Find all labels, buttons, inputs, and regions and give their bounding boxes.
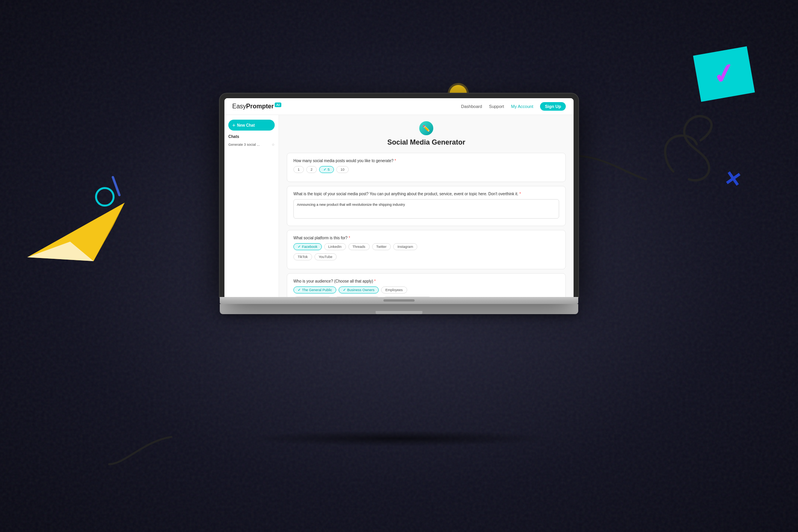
app-content: New Chat Chats Generate 3 social ... ✏️ … (224, 115, 574, 297)
app-sidebar: New Chat Chats Generate 3 social ... (224, 115, 279, 297)
platform-chip-threads[interactable]: Threads (348, 243, 370, 250)
app-main: ✏️ Social Media Generator How many socia… (279, 115, 574, 297)
audience-chip-employees[interactable]: Employees (381, 286, 407, 293)
laptop: EasyPrompterAI Dashboard Support My Acco… (220, 94, 578, 314)
platform-chip-tiktok[interactable]: TikTok (293, 253, 312, 260)
checkmark-icon: ✓ (710, 57, 738, 92)
platform-chip-instagram[interactable]: Instagram (393, 243, 417, 250)
question-platform-label: What social platform is this for? * (293, 236, 559, 240)
platform-chip-twitter[interactable]: Twitter (372, 243, 391, 250)
audience-chips-row1: The General Public Business Owners Emplo… (293, 286, 559, 293)
curve-left-decoration (105, 433, 175, 474)
page-title: Social Media Generator (287, 138, 566, 147)
laptop-hinge (220, 297, 578, 304)
count-chip-10[interactable]: 10 (336, 166, 349, 173)
question-topic-section: What is the topic of your social media p… (287, 186, 566, 226)
question-audience-label: Who is your audience? (Choose all that a… (293, 279, 559, 283)
nav-signup-button[interactable]: Sign Up (540, 102, 566, 111)
platform-chips-row1: Facebook LinkedIn Threads Twitter Instag… (293, 243, 559, 250)
paper-plane-decoration (23, 195, 132, 267)
platform-chip-linkedin[interactable]: LinkedIn (324, 243, 346, 250)
nav-my-account[interactable]: My Account (511, 104, 533, 109)
question-topic-label: What is the topic of your social media p… (293, 192, 559, 196)
laptop-shadow (243, 431, 555, 446)
logo-easy: Easy (232, 103, 246, 110)
app-logo: EasyPrompterAI (232, 103, 281, 110)
platform-chips-row2: TikTok YouTube (293, 253, 559, 260)
count-chip-5[interactable]: 5 (319, 166, 334, 173)
app-navbar: EasyPrompterAI Dashboard Support My Acco… (224, 98, 574, 115)
new-chat-button[interactable]: New Chat (228, 120, 275, 131)
platform-chip-facebook[interactable]: Facebook (293, 243, 322, 250)
nav-links: Dashboard Support My Account Sign Up (461, 102, 566, 111)
page-icon-wrapper: ✏️ (287, 121, 566, 135)
platform-chip-youtube[interactable]: YouTube (314, 253, 337, 260)
page-icon: ✏️ (419, 121, 433, 135)
pencil-icon: ✏️ (422, 125, 430, 132)
question-platform-section: What social platform is this for? * Face… (287, 230, 566, 269)
count-chips: 1 2 5 10 (293, 166, 559, 173)
audience-chip-business[interactable]: Business Owners (339, 286, 379, 293)
laptop-base (220, 304, 578, 314)
required-marker-4: * (373, 279, 376, 283)
nav-support[interactable]: Support (489, 104, 504, 109)
logo-prompter: Prompter (246, 103, 274, 110)
logo-ai-badge: AI (275, 103, 281, 107)
chats-label: Chats (228, 134, 275, 139)
swirl-decoration (642, 109, 720, 187)
required-marker-3: * (348, 236, 350, 240)
laptop-screen: EasyPrompterAI Dashboard Support My Acco… (224, 98, 574, 297)
checkmark-decoration: ✓ (693, 46, 755, 102)
question-count-label: How many social media posts would you li… (293, 159, 559, 163)
required-marker: * (394, 159, 396, 163)
topic-textarea[interactable]: Announcing a new product that will revol… (293, 199, 559, 219)
sidebar-chat-item[interactable]: Generate 3 social ... (228, 141, 275, 148)
laptop-screen-outer: EasyPrompterAI Dashboard Support My Acco… (220, 94, 578, 297)
question-audience-section: Who is your audience? (Choose all that a… (287, 273, 566, 297)
question-count-section: How many social media posts would you li… (287, 153, 566, 182)
nav-dashboard[interactable]: Dashboard (461, 104, 482, 109)
audience-chip-general[interactable]: The General Public (293, 286, 336, 293)
count-chip-1[interactable]: 1 (293, 166, 304, 173)
curve-right-decoration (572, 152, 650, 185)
count-chip-2[interactable]: 2 (306, 166, 317, 173)
required-marker-2: * (518, 192, 521, 196)
